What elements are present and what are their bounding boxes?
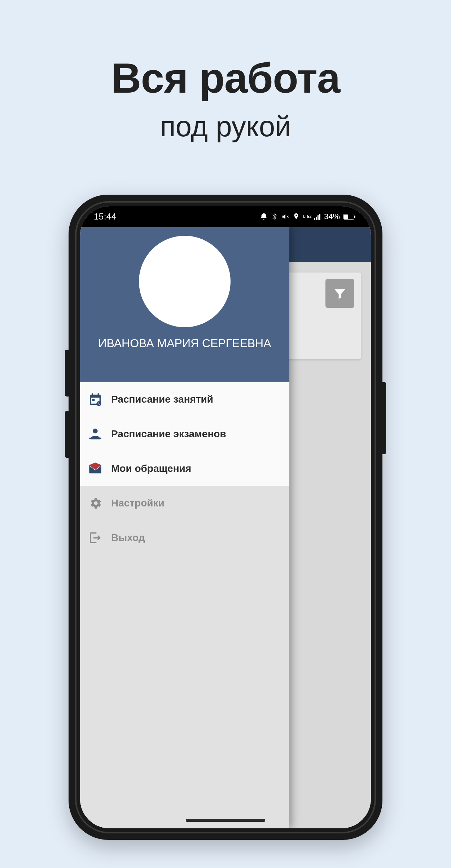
menu-item-label: Расписание экзаменов xyxy=(111,428,226,440)
filter-icon xyxy=(333,286,347,301)
volume-up-button xyxy=(65,350,69,397)
power-button xyxy=(382,382,386,454)
menu-item-label: Мои обращения xyxy=(111,463,191,474)
signal-icon xyxy=(314,213,320,220)
exit-icon xyxy=(88,531,102,545)
avatar[interactable] xyxy=(139,236,231,327)
menu-item-settings[interactable]: Настройки xyxy=(80,486,289,521)
mute-icon xyxy=(281,213,289,221)
user-name: ИВАНОВА МАРИЯ СЕРГЕЕВНА xyxy=(87,336,282,350)
student-icon xyxy=(88,427,102,441)
drawer-primary-menu: Расписание занятий Расписание экзаменов … xyxy=(80,382,289,486)
menu-item-schedule-exams[interactable]: Расписание экзаменов xyxy=(80,417,289,451)
app-content: й ИВАНОВА МАРИЯ СЕРГЕЕВНА Расписание зан… xyxy=(80,227,371,828)
envelope-icon xyxy=(88,461,102,476)
drawer-secondary-menu: Настройки Выход xyxy=(80,486,289,555)
location-icon xyxy=(292,213,300,221)
drawer-header: ИВАНОВА МАРИЯ СЕРГЕЕВНА xyxy=(80,227,289,382)
gesture-bar[interactable] xyxy=(186,819,265,822)
status-indicators: LTE2 34% xyxy=(260,212,354,221)
alarm-icon xyxy=(260,213,268,221)
menu-item-schedule-classes[interactable]: Расписание занятий xyxy=(80,382,289,417)
battery-percent: 34% xyxy=(324,212,340,221)
status-time: 15:44 xyxy=(94,212,117,222)
svg-point-1 xyxy=(93,429,97,433)
promo-title: Вся работа xyxy=(0,54,451,102)
battery-icon xyxy=(343,214,354,220)
menu-item-my-requests[interactable]: Мои обращения xyxy=(80,451,289,486)
status-bar: 15:44 LTE2 34% xyxy=(80,206,371,227)
navigation-drawer: ИВАНОВА МАРИЯ СЕРГЕЕВНА Расписание занят… xyxy=(80,227,289,828)
menu-item-label: Выход xyxy=(111,532,145,544)
gear-icon xyxy=(88,496,102,510)
network-type-label: LTE2 xyxy=(303,213,311,221)
bluetooth-icon xyxy=(271,213,279,221)
phone-device-frame: 15:44 LTE2 34% xyxy=(69,195,382,840)
menu-item-exit[interactable]: Выход xyxy=(80,521,289,555)
promo-subtitle: под рукой xyxy=(0,110,451,143)
filter-button[interactable] xyxy=(325,279,354,308)
phone-screen: 15:44 LTE2 34% xyxy=(80,206,371,828)
menu-item-label: Расписание занятий xyxy=(111,394,213,405)
menu-item-label: Настройки xyxy=(111,497,165,509)
calendar-icon xyxy=(88,392,102,407)
volume-down-button xyxy=(65,411,69,458)
